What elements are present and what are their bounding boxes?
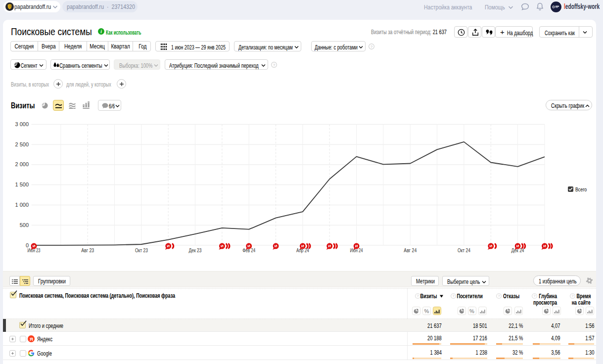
svg-text:3 000: 3 000 — [15, 121, 29, 127]
svg-text:И: И — [489, 244, 492, 248]
svg-text:1 000: 1 000 — [15, 202, 29, 208]
svg-text:?: ? — [533, 294, 535, 298]
svg-text:И: И — [355, 244, 358, 248]
svg-text:2 500: 2 500 — [15, 141, 29, 147]
svg-text:?: ? — [417, 294, 418, 298]
svg-text:Авг 23: Авг 23 — [81, 247, 94, 253]
svg-text:Авг 24: Авг 24 — [404, 247, 417, 253]
svg-text:Дек 23: Дек 23 — [189, 247, 202, 253]
svg-text:И: И — [516, 244, 519, 248]
svg-text:?: ? — [452, 294, 454, 298]
svg-text:i: i — [100, 29, 102, 34]
svg-text:?: ? — [571, 294, 573, 298]
svg-text:И: И — [543, 244, 546, 248]
svg-text:?: ? — [498, 294, 500, 298]
svg-text:И: И — [167, 244, 170, 248]
svg-text:Окт 23: Окт 23 — [135, 247, 148, 253]
svg-text:И: И — [275, 244, 278, 248]
svg-text:1 500: 1 500 — [15, 182, 29, 187]
svg-text:Окт 24: Окт 24 — [458, 247, 470, 253]
svg-text:И: И — [221, 244, 224, 248]
svg-text:И: И — [301, 244, 304, 248]
svg-text:Я: Я — [30, 336, 33, 342]
svg-text:?: ? — [371, 45, 373, 49]
svg-text:500: 500 — [20, 222, 29, 228]
svg-text:И: И — [33, 244, 36, 248]
svg-text:?: ? — [273, 63, 276, 67]
svg-text:И: И — [328, 244, 331, 248]
svg-text:2 000: 2 000 — [15, 161, 29, 167]
svg-text:И: И — [247, 244, 250, 248]
